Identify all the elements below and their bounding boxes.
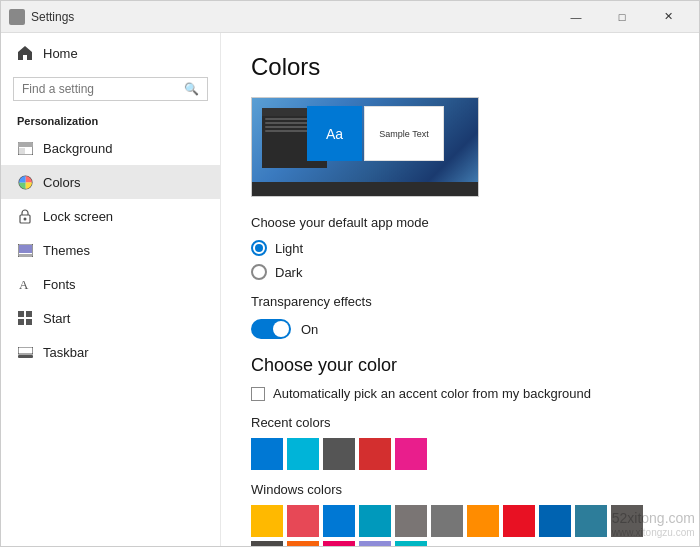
title-bar: Settings — □ ✕ bbox=[1, 1, 699, 33]
radio-light-circle[interactable] bbox=[251, 240, 267, 256]
window-controls: — □ ✕ bbox=[553, 1, 691, 33]
color-swatch[interactable] bbox=[251, 438, 283, 470]
toggle-row: On bbox=[251, 319, 669, 339]
transparency-heading: Transparency effects bbox=[251, 294, 669, 309]
svg-rect-12 bbox=[19, 254, 32, 256]
svg-rect-18 bbox=[18, 347, 33, 354]
svg-rect-14 bbox=[18, 311, 24, 317]
preview-app-window: Aa bbox=[307, 106, 362, 161]
auto-accent-label: Automatically pick an accent color from … bbox=[273, 386, 591, 401]
color-swatch[interactable] bbox=[467, 505, 499, 537]
toggle-label: On bbox=[301, 322, 318, 337]
color-swatch[interactable] bbox=[395, 438, 427, 470]
color-swatch[interactable] bbox=[287, 438, 319, 470]
background-label: Background bbox=[43, 141, 112, 156]
windows-colors-row bbox=[251, 505, 669, 546]
main-content: Colors Aa Sample Text bbox=[221, 33, 699, 546]
themes-icon bbox=[17, 242, 33, 258]
sidebar-item-taskbar[interactable]: Taskbar bbox=[1, 335, 220, 369]
window-title: Settings bbox=[31, 10, 553, 24]
color-swatch[interactable] bbox=[395, 541, 427, 546]
themes-label: Themes bbox=[43, 243, 90, 258]
start-label: Start bbox=[43, 311, 70, 326]
radio-light[interactable]: Light bbox=[251, 240, 669, 256]
recent-colors-row bbox=[251, 438, 669, 470]
svg-rect-5 bbox=[18, 142, 33, 147]
choose-color-title: Choose your color bbox=[251, 355, 669, 376]
app-mode-heading: Choose your default app mode bbox=[251, 215, 669, 230]
toggle-knob bbox=[273, 321, 289, 337]
svg-rect-11 bbox=[19, 245, 32, 253]
color-swatch[interactable] bbox=[251, 541, 283, 546]
lockscreen-label: Lock screen bbox=[43, 209, 113, 224]
radio-dark-label: Dark bbox=[275, 265, 302, 280]
background-icon bbox=[17, 140, 33, 156]
color-swatch[interactable] bbox=[251, 505, 283, 537]
color-swatch[interactable] bbox=[431, 505, 463, 537]
color-swatch[interactable] bbox=[287, 505, 319, 537]
content-area: Home 🔍 Personalization Background bbox=[1, 33, 699, 546]
transparency-section: Transparency effects On bbox=[251, 294, 669, 339]
preview-taskbar bbox=[252, 182, 478, 196]
search-input[interactable] bbox=[22, 82, 178, 96]
color-swatch[interactable] bbox=[323, 541, 355, 546]
auto-accent-checkbox[interactable] bbox=[251, 387, 265, 401]
color-swatch[interactable] bbox=[323, 438, 355, 470]
recent-colors-label: Recent colors bbox=[251, 415, 669, 430]
settings-window: Settings — □ ✕ Home 🔍 Personalization bbox=[0, 0, 700, 547]
color-swatch[interactable] bbox=[323, 505, 355, 537]
sidebar-item-lockscreen[interactable]: Lock screen bbox=[1, 199, 220, 233]
fonts-icon: A bbox=[17, 276, 33, 292]
taskbar-icon bbox=[17, 344, 33, 360]
sidebar-item-colors[interactable]: Colors bbox=[1, 165, 220, 199]
preview-app-label: Aa bbox=[326, 126, 343, 142]
sidebar-item-start[interactable]: Start bbox=[1, 301, 220, 335]
preview-sample-text: Sample Text bbox=[379, 129, 428, 139]
svg-rect-3 bbox=[18, 18, 24, 24]
page-title: Colors bbox=[251, 53, 669, 81]
color-swatch[interactable] bbox=[287, 541, 319, 546]
svg-rect-16 bbox=[18, 319, 24, 325]
color-swatch[interactable] bbox=[359, 541, 391, 546]
svg-text:A: A bbox=[19, 277, 29, 291]
color-swatch[interactable] bbox=[539, 505, 571, 537]
close-button[interactable]: ✕ bbox=[645, 1, 691, 33]
radio-light-label: Light bbox=[275, 241, 303, 256]
sidebar-item-background[interactable]: Background bbox=[1, 131, 220, 165]
color-swatch[interactable] bbox=[359, 438, 391, 470]
svg-rect-19 bbox=[18, 355, 33, 358]
colors-label: Colors bbox=[43, 175, 81, 190]
radio-dark[interactable]: Dark bbox=[251, 264, 669, 280]
svg-rect-2 bbox=[10, 18, 16, 24]
svg-rect-6 bbox=[19, 148, 25, 154]
color-swatch[interactable] bbox=[611, 505, 643, 537]
color-swatch[interactable] bbox=[575, 505, 607, 537]
minimize-button[interactable]: — bbox=[553, 1, 599, 33]
app-icon bbox=[9, 9, 25, 25]
auto-accent-row[interactable]: Automatically pick an accent color from … bbox=[251, 386, 669, 401]
fonts-label: Fonts bbox=[43, 277, 76, 292]
home-label: Home bbox=[43, 46, 78, 61]
colors-icon bbox=[17, 174, 33, 190]
preview-light-panel: Sample Text bbox=[364, 106, 444, 161]
radio-dark-circle[interactable] bbox=[251, 264, 267, 280]
sidebar-item-fonts[interactable]: A Fonts bbox=[1, 267, 220, 301]
svg-point-9 bbox=[24, 217, 27, 220]
color-swatch[interactable] bbox=[395, 505, 427, 537]
search-icon: 🔍 bbox=[184, 82, 199, 96]
maximize-button[interactable]: □ bbox=[599, 1, 645, 33]
windows-colors-label: Windows colors bbox=[251, 482, 669, 497]
lockscreen-icon bbox=[17, 208, 33, 224]
color-swatch[interactable] bbox=[503, 505, 535, 537]
color-swatch[interactable] bbox=[359, 505, 391, 537]
sidebar-item-home[interactable]: Home bbox=[1, 33, 220, 73]
svg-rect-15 bbox=[26, 311, 32, 317]
svg-rect-0 bbox=[10, 10, 16, 16]
search-box[interactable]: 🔍 bbox=[13, 77, 208, 101]
svg-rect-1 bbox=[18, 10, 24, 16]
sidebar-item-themes[interactable]: Themes bbox=[1, 233, 220, 267]
preview-box: Aa Sample Text bbox=[251, 97, 479, 197]
transparency-toggle[interactable] bbox=[251, 319, 291, 339]
sidebar: Home 🔍 Personalization Background bbox=[1, 33, 221, 546]
home-icon bbox=[17, 45, 33, 61]
